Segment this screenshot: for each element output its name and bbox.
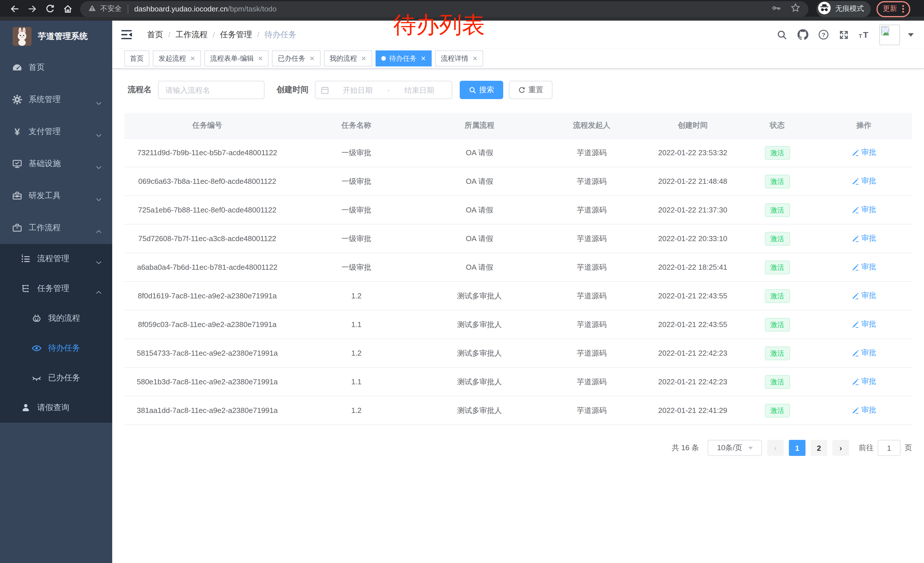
status-cell: 激活 <box>738 375 816 389</box>
status-cell: 激活 <box>738 289 816 303</box>
approve-link[interactable]: 审批 <box>852 233 876 244</box>
app-logo-row[interactable]: 芋道管理系统 <box>0 21 112 51</box>
approve-link[interactable]: 审批 <box>852 205 876 215</box>
sidebar-item-system[interactable]: 系统管理 <box>0 84 112 116</box>
browser-reload-button[interactable] <box>41 1 59 17</box>
bookmark-star-icon[interactable] <box>790 3 800 15</box>
task-process: 测试多审批人 <box>423 405 536 416</box>
approve-link[interactable]: 审批 <box>852 405 876 416</box>
browser-back-button[interactable] <box>6 1 24 17</box>
breadcrumb: 首页 / 工作流程 / 任务管理 / 待办任务 <box>147 30 297 40</box>
process-name-label: 流程名 <box>128 85 152 95</box>
svg-text:T: T <box>859 33 862 39</box>
close-icon[interactable]: ✕ <box>258 55 263 62</box>
sidebar-item-todo-tasks[interactable]: 待办任务 <box>0 333 112 363</box>
next-page-button[interactable]: › <box>832 440 849 456</box>
approve-link[interactable]: 审批 <box>852 377 876 387</box>
task-created: 2022-01-22 18:25:41 <box>647 263 738 272</box>
task-id: a6aba0a4-7b6d-11ec-b781-acde48001122 <box>124 263 290 272</box>
breadcrumb-home[interactable]: 首页 <box>147 30 163 40</box>
search-button[interactable]: 搜索 <box>460 81 503 99</box>
close-icon[interactable]: ✕ <box>309 55 315 62</box>
end-date-input[interactable] <box>392 85 447 95</box>
approve-link[interactable]: 审批 <box>852 262 876 272</box>
tab-my-process[interactable]: 我的流程✕ <box>324 50 372 66</box>
date-range-picker[interactable]: - <box>315 81 452 99</box>
tab-process-detail[interactable]: 流程详情✕ <box>435 50 483 66</box>
table-row: 8f059c03-7ac8-11ec-a9e2-a2380e71991a 1.1… <box>124 311 912 339</box>
process-name-input[interactable] <box>158 81 264 99</box>
close-icon[interactable]: ✕ <box>190 55 195 62</box>
chevron-up-icon <box>96 287 102 296</box>
tab-start-process[interactable]: 发起流程✕ <box>153 50 201 66</box>
close-icon[interactable]: ✕ <box>361 55 366 62</box>
pagination: 共 16 条 10条/页 ‹ 1 2 › 前往 页 <box>124 440 912 456</box>
start-date-input[interactable] <box>330 85 385 95</box>
avatar-caret-icon[interactable] <box>908 33 914 36</box>
approve-link[interactable]: 审批 <box>852 348 876 358</box>
search-icon[interactable] <box>776 29 788 41</box>
robot-face-icon <box>32 313 42 324</box>
tab-done-tasks[interactable]: 已办任务✕ <box>272 50 320 66</box>
reset-button[interactable]: 重置 <box>509 81 552 99</box>
task-id: 725a1eb6-7b88-11ec-8ef0-acde48001122 <box>124 206 290 214</box>
prev-page-button[interactable]: ‹ <box>767 440 784 456</box>
task-process: 测试多审批人 <box>423 377 536 387</box>
font-size-icon[interactable]: TT <box>859 29 870 41</box>
tab-home[interactable]: 首页 <box>124 50 149 66</box>
table-row: a6aba0a4-7b6d-11ec-b781-acde48001122 一级审… <box>124 253 912 282</box>
security-label[interactable]: 不安全 <box>100 4 122 14</box>
help-icon[interactable]: ? <box>818 29 829 41</box>
task-process: OA 请假 <box>423 176 536 186</box>
goto-page-input[interactable] <box>878 440 900 456</box>
sidebar-item-devtools[interactable]: 研发工具 <box>0 180 112 212</box>
url-text[interactable]: dashboard.yudao.iocoder.cn/bpm/task/todo <box>134 5 276 13</box>
avatar[interactable] <box>879 24 900 45</box>
sidebar-item-home[interactable]: 首页 <box>0 51 112 84</box>
eye-icon <box>32 343 42 353</box>
sidebar-item-process-mgmt[interactable]: 流程管理 <box>0 244 112 274</box>
task-id: 58154733-7ac8-11ec-a9e2-a2380e71991a <box>124 349 290 357</box>
approve-link[interactable]: 审批 <box>852 147 876 158</box>
sidebar-collapse-button[interactable] <box>122 30 132 39</box>
action-cell: 审批 <box>816 147 912 158</box>
sidebar-item-my-process[interactable]: 我的流程 <box>0 303 112 333</box>
password-key-icon[interactable] <box>772 3 781 15</box>
security-warning-icon[interactable] <box>88 4 96 14</box>
github-icon[interactable] <box>797 29 808 41</box>
task-name: 1.2 <box>290 291 423 300</box>
browser-update-button[interactable]: 更新 <box>876 1 910 17</box>
close-icon[interactable]: ✕ <box>472 55 477 62</box>
approve-link[interactable]: 审批 <box>852 291 876 301</box>
browser-forward-button[interactable] <box>24 1 41 17</box>
action-cell: 审批 <box>816 405 912 416</box>
tab-form-edit[interactable]: 流程表单-编辑✕ <box>204 50 268 66</box>
sidebar-item-done-tasks[interactable]: 已办任务 <box>0 363 112 393</box>
browser-home-button[interactable] <box>59 1 77 17</box>
sidebar-item-infra[interactable]: 基础设施 <box>0 148 112 180</box>
task-starter: 芋道源码 <box>536 205 647 215</box>
action-cell: 审批 <box>816 262 912 273</box>
sidebar-item-leave-query[interactable]: 请假查询 <box>0 393 112 423</box>
page-size-select[interactable]: 10条/页 <box>708 440 762 456</box>
update-label[interactable]: 更新 <box>883 4 897 14</box>
approve-link[interactable]: 审批 <box>852 176 876 186</box>
page-button-1[interactable]: 1 <box>789 440 806 456</box>
approve-link[interactable]: 审批 <box>852 319 876 330</box>
fullscreen-icon[interactable] <box>838 29 850 41</box>
close-icon[interactable]: ✕ <box>421 55 426 62</box>
sidebar-item-label: 任务管理 <box>37 284 69 294</box>
sidebar-item-task-mgmt[interactable]: 任务管理 <box>0 274 112 303</box>
page-button-2[interactable]: 2 <box>811 440 827 456</box>
breadcrumb-task-mgmt[interactable]: 任务管理 <box>220 30 252 40</box>
task-created: 2022-01-22 20:33:10 <box>647 234 738 243</box>
task-starter: 芋道源码 <box>536 377 647 387</box>
breadcrumb-workflow[interactable]: 工作流程 <box>176 30 207 40</box>
sidebar-item-workflow[interactable]: 工作流程 <box>0 212 112 244</box>
incognito-icon <box>818 2 831 17</box>
sidebar-item-payment[interactable]: ¥ 支付管理 <box>0 116 112 148</box>
tab-todo-tasks[interactable]: 待办任务✕ <box>375 50 432 66</box>
task-name: 一级审批 <box>290 147 423 158</box>
range-separator: - <box>386 86 391 94</box>
browser-menu-icon[interactable] <box>902 5 904 13</box>
